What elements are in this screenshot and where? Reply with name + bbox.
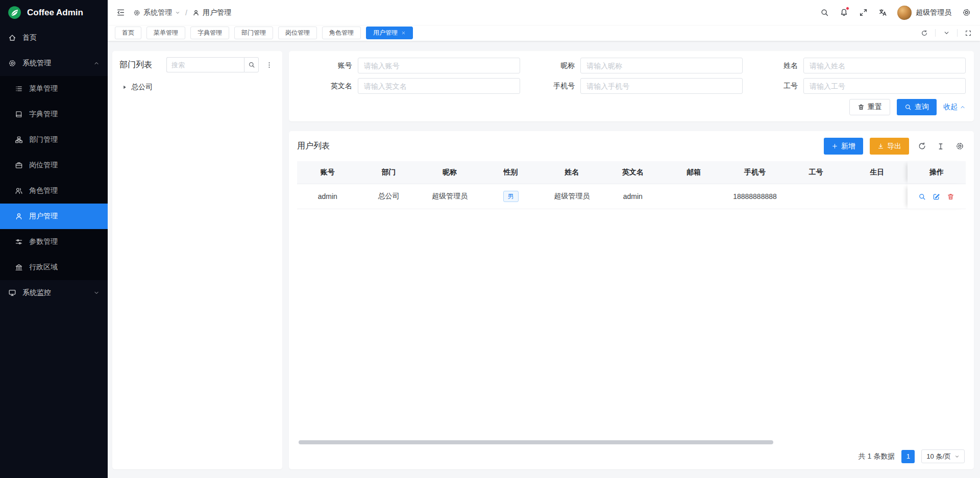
- language-button[interactable]: [873, 0, 892, 25]
- tab-close-button[interactable]: [401, 31, 406, 35]
- sidebar-item-region-management[interactable]: 行政区域: [0, 255, 108, 280]
- breadcrumb-item-user-management[interactable]: 用户管理: [192, 8, 231, 17]
- user-list-title: 用户列表: [297, 141, 330, 152]
- tab-dict-management[interactable]: 字典管理: [190, 27, 229, 39]
- header: 系统管理 / 用户管理: [108, 0, 980, 25]
- column-header-phone: 手机号: [724, 161, 786, 184]
- filter-field-job-number: 工号: [743, 78, 966, 94]
- page-button-1[interactable]: 1: [901, 450, 915, 463]
- sidebar-item-dept-management[interactable]: 部门管理: [0, 127, 108, 153]
- sidebar-nav: 首页 系统管理 菜单管理 字典管理 部门管理: [0, 25, 108, 306]
- gear-icon: [133, 9, 140, 16]
- reset-button[interactable]: 重置: [849, 99, 890, 115]
- global-search-button[interactable]: [815, 0, 834, 25]
- scrollbar-thumb[interactable]: [299, 440, 773, 444]
- search-button[interactable]: 查询: [897, 99, 937, 115]
- tab-label: 用户管理: [373, 29, 398, 37]
- department-more-button[interactable]: [263, 57, 275, 72]
- coffee-logo-icon: [8, 6, 21, 19]
- filter-field-phone: 手机号: [520, 78, 743, 94]
- content-fullscreen-button[interactable]: [963, 28, 974, 39]
- cell-nickname: 超级管理员: [419, 184, 480, 209]
- tab-tools: [919, 28, 974, 39]
- sidebar-item-user-management[interactable]: 用户管理: [0, 204, 108, 229]
- filter-grid: 账号 昵称 姓名 英文名: [297, 58, 966, 94]
- breadcrumb: 系统管理 / 用户管理: [133, 8, 231, 17]
- tab-menu-management[interactable]: 菜单管理: [146, 27, 185, 39]
- tab-home[interactable]: 首页: [115, 27, 141, 39]
- sidebar-item-role-management[interactable]: 角色管理: [0, 178, 108, 204]
- sidebar-item-menu-management[interactable]: 菜单管理: [0, 76, 108, 102]
- column-settings-button[interactable]: [953, 140, 966, 153]
- nickname-input[interactable]: [580, 58, 743, 73]
- sidebar-item-post-management[interactable]: 岗位管理: [0, 153, 108, 178]
- caret-right-icon: [121, 84, 128, 90]
- tab-role-management[interactable]: 角色管理: [322, 27, 361, 39]
- column-header-gender: 性别: [480, 161, 542, 184]
- cell-birthday: [846, 184, 908, 209]
- phone-input[interactable]: [580, 78, 743, 94]
- row-density-button[interactable]: [935, 140, 947, 153]
- sidebar-item-label: 用户管理: [29, 212, 58, 221]
- english-name-input[interactable]: [358, 78, 520, 94]
- reset-button-label: 重置: [868, 103, 882, 112]
- department-search-group: [166, 57, 259, 72]
- sidebar-item-label: 字典管理: [29, 110, 58, 119]
- notifications-button[interactable]: [834, 0, 853, 25]
- column-header-nickname: 昵称: [419, 161, 480, 184]
- column-header-job-number: 工号: [786, 161, 847, 184]
- book-icon: [15, 110, 23, 118]
- page-size-select[interactable]: 10 条/页: [921, 449, 965, 463]
- department-search-input[interactable]: [166, 57, 244, 72]
- chevron-up-icon: [960, 104, 966, 110]
- cell-phone: 18888888888: [724, 184, 786, 209]
- view-user-button[interactable]: [918, 192, 926, 201]
- export-button[interactable]: 导出: [870, 138, 909, 155]
- add-user-button[interactable]: 新增: [824, 138, 863, 155]
- bank-icon: [15, 263, 23, 271]
- cell-job-number: [786, 184, 847, 209]
- sliders-icon: [15, 238, 23, 246]
- notification-badge: [846, 7, 849, 10]
- sidebar-item-system-management[interactable]: 系统管理: [0, 51, 108, 76]
- job-number-input[interactable]: [803, 78, 966, 94]
- field-label: 昵称: [560, 61, 580, 70]
- plus-icon: [831, 143, 838, 149]
- table-row[interactable]: admin 总公司 超级管理员 男 超级管理员 admin 1888888888…: [297, 184, 966, 209]
- column-header-operations: 操作: [908, 161, 966, 184]
- tab-post-management[interactable]: 岗位管理: [278, 27, 317, 39]
- user-list-actions: 新增 导出: [824, 138, 966, 155]
- filter-field-name: 姓名: [743, 58, 966, 73]
- row-height-icon: [937, 142, 945, 150]
- menu-collapse-button[interactable]: [111, 0, 130, 25]
- refresh-table-button[interactable]: [916, 140, 928, 153]
- tree-item-head-office[interactable]: 总公司: [119, 80, 275, 95]
- column-header-dept: 部门: [358, 161, 420, 184]
- sidebar-item-label: 岗位管理: [29, 161, 58, 170]
- department-search-button[interactable]: [244, 57, 259, 72]
- fullscreen-button[interactable]: [853, 0, 873, 25]
- sidebar-item-home[interactable]: 首页: [0, 25, 108, 51]
- filter-panel: 账号 昵称 姓名 英文名: [289, 51, 974, 121]
- collapse-filters-button[interactable]: 收起: [943, 103, 966, 112]
- sidebar-item-dict-management[interactable]: 字典管理: [0, 102, 108, 127]
- trash-icon: [857, 104, 865, 111]
- department-panel: 部门列表 总公司: [112, 51, 282, 469]
- tab-user-management[interactable]: 用户管理: [366, 27, 413, 39]
- name-input[interactable]: [803, 58, 966, 73]
- tab-dept-management[interactable]: 部门管理: [234, 27, 273, 39]
- gear-icon: [962, 8, 971, 17]
- account-input[interactable]: [358, 58, 520, 73]
- user-list-header: 用户列表 新增 导出: [297, 138, 966, 155]
- sidebar-item-system-monitor[interactable]: 系统监控: [0, 280, 108, 306]
- theme-settings-button[interactable]: [957, 0, 976, 25]
- delete-user-button[interactable]: [946, 192, 955, 201]
- breadcrumb-item-system-management[interactable]: 系统管理: [133, 8, 180, 17]
- user-menu[interactable]: 超级管理员: [892, 6, 957, 20]
- tabs-dropdown-button[interactable]: [941, 28, 952, 39]
- refresh-page-button[interactable]: [919, 28, 930, 39]
- sidebar-item-param-management[interactable]: 参数管理: [0, 229, 108, 255]
- tab-label: 角色管理: [329, 29, 354, 37]
- edit-user-button[interactable]: [932, 192, 941, 201]
- breadcrumb-label: 系统管理: [143, 8, 172, 17]
